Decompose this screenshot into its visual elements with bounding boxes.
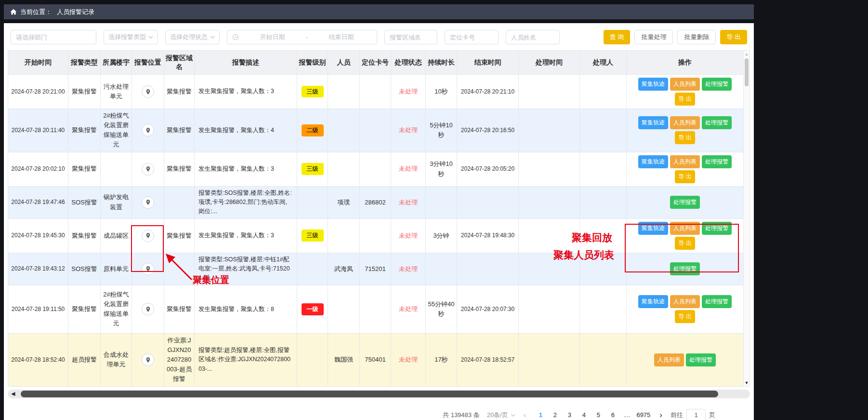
alarm-type: 聚集报警: [72, 126, 97, 134]
person-name: 武海凤: [334, 265, 353, 272]
status-text: 未处理: [399, 165, 418, 172]
page-button-2[interactable]: 2: [549, 409, 561, 420]
end-time: 2024-07-28 18:52:57: [461, 356, 514, 363]
home-icon[interactable]: [10, 9, 17, 15]
action-export-button[interactable]: 导 出: [675, 310, 695, 323]
alarm-type: 聚集报警: [72, 232, 97, 239]
action-track-button[interactable]: 聚集轨迹: [638, 295, 668, 308]
alarm-type-select[interactable]: 选择报警类型: [104, 30, 158, 44]
action-handle-button[interactable]: 处理报警: [702, 222, 732, 235]
action-handle-button[interactable]: 处理报警: [702, 155, 732, 168]
action-export-button[interactable]: 导 出: [675, 170, 695, 183]
action-handle-button[interactable]: 处理报警: [670, 196, 700, 209]
goto-page-input[interactable]: [686, 409, 706, 420]
alarm-description: 报警类型:超员报警,楼层:全图,报警区域名:作业票:JGJXN202407280…: [198, 347, 290, 372]
action-export-button[interactable]: 导 出: [675, 93, 695, 106]
status-text: 未处理: [399, 88, 418, 95]
action-person-button[interactable]: 人员列表: [654, 353, 684, 366]
building: 原料单元: [104, 265, 129, 272]
prev-page-button[interactable]: ‹: [523, 411, 527, 419]
goto-suffix: 页: [709, 411, 715, 420]
vertical-scrollbar[interactable]: ▲ ▼: [744, 50, 750, 387]
action-handle-button[interactable]: 处理报警: [670, 262, 700, 275]
location-pin-button[interactable]: [142, 353, 154, 366]
status-text: 未处理: [399, 265, 418, 272]
horizontal-scrollbar-thumb[interactable]: [21, 391, 718, 397]
alarm-description: 发生聚集报警，聚集人数：3: [198, 232, 274, 239]
person-name: 魏国强: [334, 356, 353, 363]
action-handle-button[interactable]: 处理报警: [702, 116, 732, 129]
department-input[interactable]: [11, 30, 96, 44]
action-person-button[interactable]: 人员列表: [670, 155, 700, 168]
end-time: 2024-07-28 19:48:30: [461, 232, 514, 239]
map-pin-icon: [145, 357, 151, 363]
status-text: 未处理: [399, 356, 418, 363]
filter-bar: 选择报警类型 选择处理状态 开始日期 - 结束日期: [8, 27, 750, 50]
actions-cell: 聚集轨迹人员列表处理报警导 出: [627, 109, 744, 152]
start-time: 2024-07-28 20:11:40: [12, 127, 65, 134]
map-pin-icon: [145, 306, 151, 312]
location-pin-button[interactable]: [142, 230, 154, 242]
left-arrow-icon[interactable]: ◀: [11, 391, 15, 397]
duration: 10秒: [434, 88, 447, 95]
action-track-button[interactable]: 聚集轨迹: [638, 116, 668, 129]
location-pin-button[interactable]: [142, 263, 154, 275]
card-number-input[interactable]: [445, 30, 499, 44]
alarm-description: 发生聚集报警，聚集人数：8: [198, 306, 274, 312]
location-pin-button[interactable]: [142, 124, 154, 136]
status-text: 未处理: [399, 305, 418, 312]
horizontal-scrollbar[interactable]: ◀: [8, 390, 750, 398]
down-arrow-icon[interactable]: ▼: [745, 379, 749, 386]
col-start-time: 开始时间: [8, 51, 68, 75]
person-name-input[interactable]: [506, 30, 560, 44]
page-button-5[interactable]: 5: [592, 409, 605, 420]
next-page-button[interactable]: ›: [658, 411, 663, 419]
duration: 55分钟40秒: [428, 300, 455, 317]
action-track-button[interactable]: 聚集轨迹: [638, 155, 668, 168]
handle-status-select[interactable]: 选择处理状态: [165, 30, 220, 44]
page-button-1[interactable]: 1: [534, 409, 547, 420]
col-duration: 持续时长: [426, 51, 457, 75]
batch-delete-button[interactable]: 批量删除: [677, 30, 716, 44]
action-handle-button[interactable]: 处理报警: [702, 78, 732, 91]
start-date-placeholder: 开始日期: [242, 33, 303, 41]
start-time: 2024-07-28 19:11:50: [12, 306, 65, 312]
area-name: 聚集报警: [167, 232, 192, 239]
duration: 3分钟10秒: [430, 160, 453, 177]
status-text: 未处理: [399, 232, 418, 239]
location-pin-button[interactable]: [142, 85, 154, 98]
area-name: 聚集报警: [167, 88, 192, 95]
page-size-select[interactable]: 20条/页: [487, 411, 515, 420]
up-arrow-icon[interactable]: ▲: [745, 51, 749, 57]
col-description: 报警描述: [195, 51, 297, 75]
page-button-4[interactable]: 4: [578, 409, 590, 420]
action-track-button[interactable]: 聚集轨迹: [638, 222, 668, 235]
location-pin-button[interactable]: [142, 196, 154, 209]
action-handle-button[interactable]: 处理报警: [686, 353, 716, 366]
action-handle-button[interactable]: 处理报警: [702, 295, 732, 308]
batch-process-button[interactable]: 批量处理: [634, 30, 673, 44]
action-person-button[interactable]: 人员列表: [670, 116, 700, 129]
col-alarm-location: 报警位置: [132, 51, 164, 75]
alarm-description: 发生聚集报警，聚集人数：3: [198, 88, 274, 95]
action-track-button[interactable]: 聚集轨迹: [638, 78, 668, 91]
action-person-button[interactable]: 人员列表: [670, 295, 700, 308]
export-button[interactable]: 导 出: [720, 30, 747, 44]
duration: 3分钟: [433, 232, 449, 239]
location-pin-button[interactable]: [142, 163, 154, 176]
location-pin-button[interactable]: [142, 303, 154, 315]
page-button-6975[interactable]: 6975: [635, 409, 651, 420]
page-ellipsis[interactable]: ...: [621, 409, 633, 420]
page-button-6[interactable]: 6: [606, 409, 619, 420]
action-export-button[interactable]: 导 出: [675, 131, 695, 144]
date-range-picker[interactable]: 开始日期 - 结束日期: [227, 30, 377, 44]
page-button-3[interactable]: 3: [563, 409, 576, 420]
area-name-input[interactable]: [384, 30, 437, 44]
app-window: 当前位置： 人员报警记录 选择报警类型 选择处理状态: [4, 4, 754, 420]
action-export-button[interactable]: 导 出: [675, 237, 695, 250]
action-person-button[interactable]: 人员列表: [670, 222, 700, 235]
table-row: 2024-07-28 20:21:00 聚集报警 污水处理单元 聚集报警 发生聚…: [8, 75, 744, 109]
vertical-scrollbar-thumb[interactable]: [745, 58, 749, 86]
action-person-button[interactable]: 人员列表: [670, 78, 700, 91]
query-button[interactable]: 查 询: [604, 30, 631, 44]
